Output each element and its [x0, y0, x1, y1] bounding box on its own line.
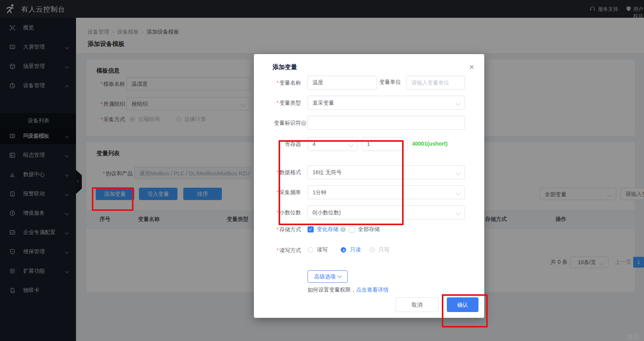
variable-unit-input[interactable] [406, 76, 465, 90]
annotation-box-confirm [442, 294, 488, 327]
variable-unit-label: 变量单位 [379, 79, 401, 86]
advanced-options-button[interactable]: 高级选项 [308, 270, 348, 283]
write-only-option: 只写 [379, 246, 389, 253]
chevron-down-icon [456, 210, 461, 215]
variable-name-label: *变量名称 [254, 76, 301, 90]
change-storage-option[interactable]: 变化存储 [317, 226, 338, 233]
cancel-button[interactable]: 取消 [396, 297, 439, 312]
all-storage-option: 全部存储 [358, 226, 380, 233]
register-hint: 40001(ushort) [412, 141, 448, 147]
chevron-down-icon [456, 170, 461, 175]
variable-type-select[interactable]: 直采变量 [308, 96, 465, 110]
app-root: 有人云控制台 服务支持 用户权益 概览 大屏管 [0, 0, 644, 341]
storage-mode-label: *存储方式 [254, 226, 301, 233]
rw-mode-label: *读写方式 [254, 246, 301, 254]
close-icon[interactable]: × [469, 63, 474, 71]
activation-watermark: 激活 [626, 333, 639, 341]
chevron-down-icon [337, 273, 341, 278]
chevron-down-icon [456, 190, 461, 195]
required-asterisk: * [277, 247, 279, 253]
view-details-link[interactable]: 点击查看详情 [356, 287, 389, 293]
read-write-radio[interactable] [308, 247, 313, 253]
required-asterisk: * [277, 100, 279, 106]
help-icon[interactable]: ? [301, 120, 306, 126]
modal-title: 添加变量 [272, 63, 297, 71]
write-only-radio[interactable] [370, 247, 375, 253]
read-only-option: 只读 [350, 246, 361, 253]
required-asterisk: * [277, 226, 279, 232]
variable-type-label: *变量类型 [254, 96, 301, 110]
required-asterisk: * [277, 80, 279, 86]
read-write-option: 读写 [317, 246, 328, 253]
help-icon[interactable]: ? [340, 227, 346, 232]
annotation-box-add-variable [92, 187, 134, 211]
identifier-input[interactable] [308, 116, 465, 130]
read-only-radio[interactable] [341, 247, 346, 253]
annotation-box-register-fields [279, 140, 404, 225]
identifier-label: 变量标识符? [254, 116, 306, 130]
change-storage-checkbox[interactable]: ✓ [308, 226, 314, 232]
chevron-down-icon [456, 101, 461, 106]
variable-name-input[interactable] [308, 76, 377, 90]
permission-help-text: 如何设置变量权限，点击查看详情 [308, 287, 389, 293]
all-storage-checkbox[interactable] [349, 226, 355, 232]
